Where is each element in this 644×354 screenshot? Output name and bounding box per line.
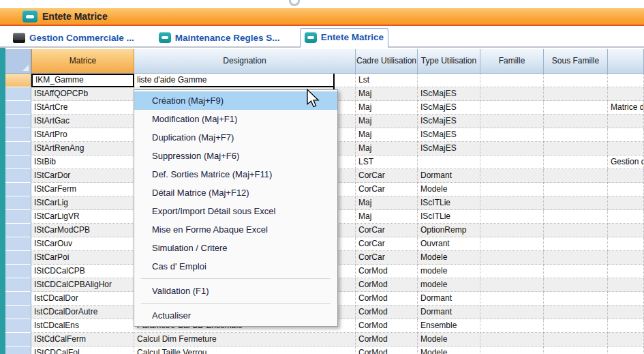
cell-cadre-utilisation[interactable]: Maj bbox=[356, 87, 418, 101]
cell-matrice[interactable]: IKM_Gamme bbox=[31, 74, 134, 87]
row-header[interactable] bbox=[5, 278, 31, 292]
cell-matrice[interactable]: IStCarLigVR bbox=[31, 210, 134, 224]
window-handle-icon[interactable] bbox=[289, 0, 300, 6]
row-header[interactable] bbox=[5, 265, 31, 278]
context-menu-item[interactable]: Modification (Maj+F1) bbox=[134, 110, 337, 128]
row-header[interactable] bbox=[5, 346, 31, 354]
cell-sous-famille[interactable] bbox=[544, 278, 608, 292]
cell-cadre-utilisation[interactable]: CorMod bbox=[356, 306, 418, 319]
cell-type-utilisation[interactable]: Dormant bbox=[418, 292, 480, 306]
cell-extra[interactable] bbox=[608, 169, 644, 183]
cell-extra[interactable] bbox=[608, 292, 644, 306]
cell-famille[interactable] bbox=[480, 265, 544, 278]
context-menu-item[interactable]: Détail Matrice (Maj+F12) bbox=[134, 183, 337, 202]
cell-cadre-utilisation[interactable]: LST bbox=[356, 156, 418, 169]
cell-cadre-utilisation[interactable]: CorCar bbox=[356, 224, 418, 237]
cell-extra[interactable] bbox=[608, 115, 644, 128]
cell-sous-famille[interactable] bbox=[544, 87, 608, 101]
context-menu-item[interactable]: Suppression (Maj+F6) bbox=[134, 147, 337, 165]
cell-type-utilisation[interactable]: IScMajES bbox=[418, 115, 480, 128]
cell-designation[interactable]: Calcul Taille Verrou bbox=[134, 346, 356, 354]
cell-cadre-utilisation[interactable]: CorMod bbox=[356, 333, 418, 346]
tab-entete-matrice[interactable]: Entete Matrice bbox=[300, 28, 388, 48]
cell-extra[interactable] bbox=[608, 346, 644, 354]
cell-type-utilisation[interactable]: OptionRemp bbox=[418, 224, 480, 237]
cell-extra[interactable] bbox=[608, 196, 644, 210]
row-header[interactable] bbox=[5, 319, 31, 333]
cell-extra[interactable] bbox=[608, 265, 644, 278]
cell-cadre-utilisation[interactable]: Maj bbox=[356, 128, 418, 142]
cell-type-utilisation[interactable]: IScMajES bbox=[418, 142, 480, 156]
cell-extra[interactable]: Matrice d bbox=[608, 101, 644, 115]
cell-famille[interactable] bbox=[480, 87, 544, 101]
cell-sous-famille[interactable] bbox=[544, 224, 608, 237]
cell-sous-famille[interactable] bbox=[544, 156, 608, 169]
cell-type-utilisation[interactable]: Ensemble bbox=[418, 319, 480, 333]
column-header-cadre[interactable]: Cadre Utilisation bbox=[356, 49, 418, 74]
cell-famille[interactable] bbox=[480, 251, 544, 265]
cell-extra[interactable] bbox=[608, 237, 644, 251]
cell-cadre-utilisation[interactable]: Maj bbox=[356, 101, 418, 115]
cell-matrice[interactable]: IStArtCre bbox=[31, 101, 134, 115]
cell-extra[interactable] bbox=[608, 210, 644, 224]
cell-famille[interactable] bbox=[480, 278, 544, 292]
cell-sous-famille[interactable] bbox=[544, 237, 608, 251]
cell-sous-famille[interactable] bbox=[544, 74, 608, 87]
cell-matrice[interactable]: IStAffQOPCPb bbox=[31, 87, 134, 101]
context-menu-item[interactable]: Simulation / Critere bbox=[134, 239, 337, 257]
row-header[interactable] bbox=[5, 156, 31, 169]
context-menu-item[interactable]: Validation (F1) bbox=[134, 282, 337, 300]
cell-famille[interactable] bbox=[480, 237, 544, 251]
cell-famille[interactable] bbox=[480, 306, 544, 319]
cell-cadre-utilisation[interactable]: CorMod bbox=[356, 319, 418, 333]
cell-famille[interactable] bbox=[480, 115, 544, 128]
cell-famille[interactable] bbox=[480, 128, 544, 142]
cell-type-utilisation[interactable] bbox=[418, 156, 480, 169]
cell-famille[interactable] bbox=[480, 292, 544, 306]
column-header-matrice[interactable]: Matrice bbox=[31, 49, 134, 74]
cell-type-utilisation[interactable]: IScMajES bbox=[418, 101, 480, 115]
cell-designation[interactable]: liste d'aide Gamme bbox=[134, 74, 356, 87]
context-menu-item[interactable]: Def. Sorties Matrice (Maj+F11) bbox=[134, 165, 337, 183]
cell-matrice[interactable]: IStArtPro bbox=[31, 128, 134, 142]
cell-famille[interactable] bbox=[480, 101, 544, 115]
cell-type-utilisation[interactable]: IScITLie bbox=[418, 210, 480, 224]
cell-matrice[interactable]: IStCdCalFerm bbox=[31, 333, 134, 346]
column-header-fam[interactable]: Famille bbox=[480, 49, 544, 74]
cell-sous-famille[interactable] bbox=[544, 101, 608, 115]
cell-type-utilisation[interactable]: IScITLie bbox=[418, 196, 480, 210]
cell-type-utilisation[interactable]: modele bbox=[418, 265, 480, 278]
cell-extra[interactable] bbox=[608, 142, 644, 156]
cell-extra[interactable] bbox=[608, 224, 644, 237]
cell-extra[interactable] bbox=[608, 278, 644, 292]
cell-type-utilisation[interactable]: Dormant bbox=[418, 169, 480, 183]
cell-cadre-utilisation[interactable]: CorCar bbox=[356, 237, 418, 251]
cell-sous-famille[interactable] bbox=[544, 142, 608, 156]
context-menu-item[interactable]: Duplication (Maj+F7) bbox=[134, 128, 337, 147]
row-header[interactable] bbox=[5, 306, 31, 319]
cell-matrice[interactable]: IStCarModCPB bbox=[31, 224, 134, 237]
cell-type-utilisation[interactable]: modele bbox=[418, 278, 480, 292]
cell-matrice[interactable]: IStArtGac bbox=[31, 115, 134, 128]
cell-matrice[interactable]: IStCarPoi bbox=[31, 251, 134, 265]
cell-matrice[interactable]: IStCarFerm bbox=[31, 183, 134, 196]
cell-extra[interactable]: Gestion d bbox=[608, 156, 644, 169]
cell-sous-famille[interactable] bbox=[544, 169, 608, 183]
tab-maintenance-regles-s[interactable]: Maintenance Regles S... bbox=[154, 29, 285, 46]
cell-famille[interactable] bbox=[480, 169, 544, 183]
cell-cadre-utilisation[interactable]: Lst bbox=[356, 74, 418, 87]
cell-type-utilisation[interactable] bbox=[418, 74, 480, 87]
cell-type-utilisation[interactable]: Modele bbox=[418, 346, 480, 354]
cell-type-utilisation[interactable]: Modele bbox=[418, 333, 480, 346]
cell-extra[interactable] bbox=[608, 74, 644, 87]
cell-type-utilisation[interactable]: Modele bbox=[418, 251, 480, 265]
context-menu-item[interactable]: Mise en Forme Abaque Excel bbox=[134, 220, 337, 239]
cell-matrice[interactable]: IStBib bbox=[31, 156, 134, 169]
cell-famille[interactable] bbox=[480, 196, 544, 210]
cell-matrice[interactable]: IstCDcalDor bbox=[31, 292, 134, 306]
select-all-corner[interactable] bbox=[5, 49, 31, 74]
cell-extra[interactable] bbox=[608, 251, 644, 265]
cell-sous-famille[interactable] bbox=[544, 319, 608, 333]
row-header[interactable] bbox=[5, 196, 31, 210]
cell-cadre-utilisation[interactable]: CorMod bbox=[356, 265, 418, 278]
